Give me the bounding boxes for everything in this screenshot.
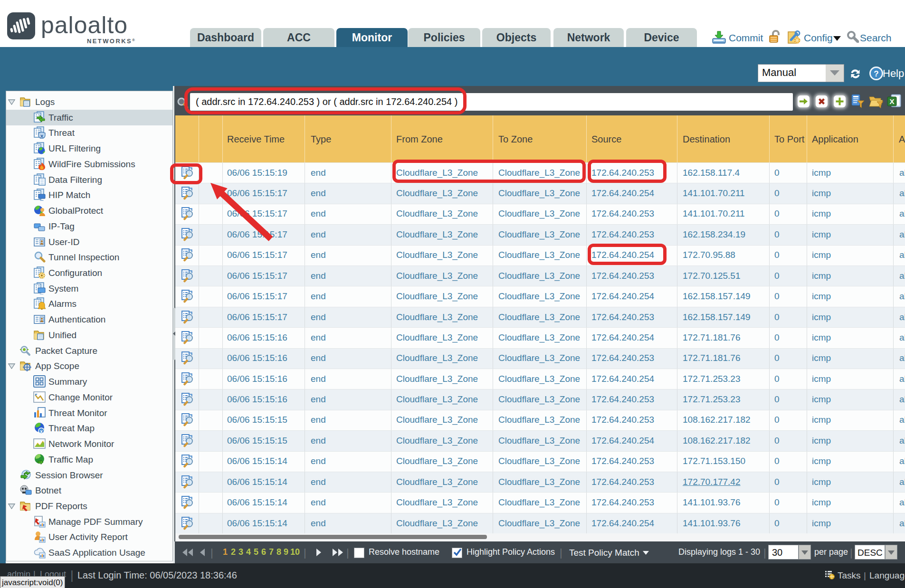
svg-text:x: x — [40, 133, 44, 139]
svg-text:x: x — [40, 429, 43, 434]
svg-text:X: X — [889, 97, 894, 105]
svg-text:?: ? — [874, 69, 878, 78]
